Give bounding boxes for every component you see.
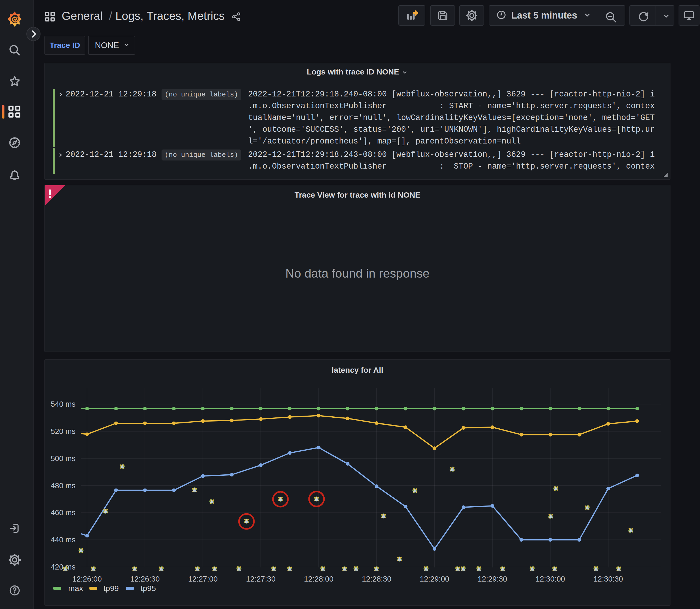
svg-text:460 ms: 460 ms — [51, 508, 75, 517]
svg-text:tp95: tp95 — [141, 584, 156, 593]
svg-text:12:27:30: 12:27:30 — [246, 575, 276, 583]
svg-text:12:29:00: 12:29:00 — [420, 575, 449, 583]
svg-text:tp99: tp99 — [104, 584, 119, 593]
svg-text:12:26:30: 12:26:30 — [130, 575, 160, 583]
svg-text:420 ms: 420 ms — [51, 563, 75, 571]
svg-text:12:29:30: 12:29:30 — [477, 575, 507, 583]
svg-text:520 ms: 520 ms — [51, 427, 75, 435]
svg-text:12:30:30: 12:30:30 — [593, 575, 623, 583]
svg-text:500 ms: 500 ms — [51, 454, 75, 463]
svg-text:12:30:00: 12:30:00 — [536, 575, 565, 583]
svg-text:max: max — [68, 584, 83, 593]
svg-text:480 ms: 480 ms — [51, 482, 75, 490]
svg-text:540 ms: 540 ms — [51, 400, 75, 408]
svg-text:12:27:00: 12:27:00 — [188, 575, 218, 583]
svg-text:12:26:00: 12:26:00 — [72, 575, 102, 583]
svg-text:440 ms: 440 ms — [51, 536, 75, 544]
svg-text:12:28:30: 12:28:30 — [362, 575, 391, 583]
svg-text:12:28:00: 12:28:00 — [304, 575, 334, 583]
